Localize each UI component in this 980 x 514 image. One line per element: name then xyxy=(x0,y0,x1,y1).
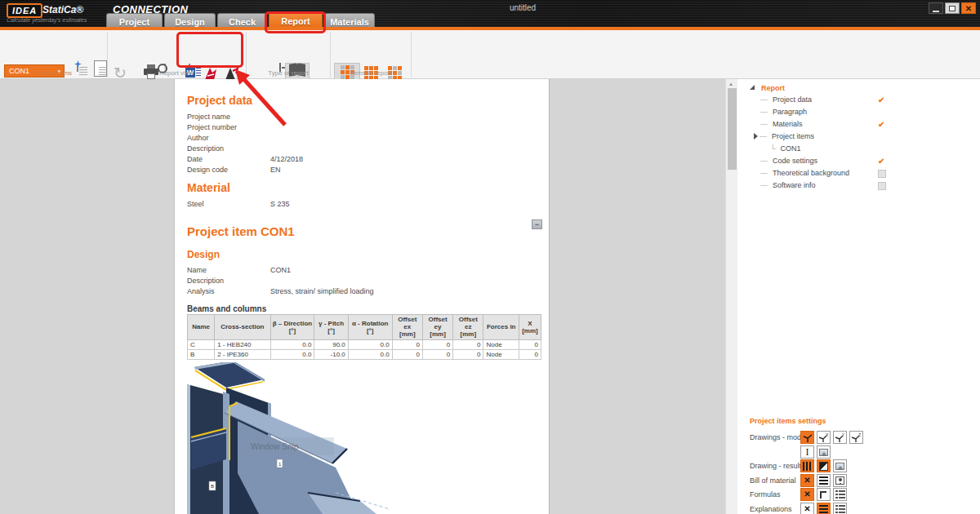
explanations-on-button[interactable] xyxy=(817,503,831,514)
field-date: Date4/12/2018 xyxy=(187,155,538,163)
formulas-off-button[interactable]: ✕ xyxy=(800,488,814,501)
checkbox-materials[interactable]: ✔ xyxy=(878,120,886,128)
tree-root-report[interactable]: Report xyxy=(750,84,785,92)
drawings-model-buttons: X Y Z xyxy=(800,431,863,444)
drawings-model-buttons-2: I xyxy=(800,445,831,459)
formulas-list-button[interactable] xyxy=(833,488,847,501)
y-view-button[interactable]: Y xyxy=(833,431,847,444)
field-analysis: AnalysisStress, strain/ simplified loadi… xyxy=(187,287,538,295)
formulas-buttons: ✕ xyxy=(800,488,847,501)
tree-item-software-info[interactable]: —Software info xyxy=(760,181,816,189)
explanations-buttons: ✕ xyxy=(800,503,847,514)
beams-table: Name Cross-section β – Direction[°] γ - … xyxy=(187,314,541,360)
checkbox-software-info[interactable] xyxy=(878,182,886,190)
minimize-button[interactable] xyxy=(929,2,943,14)
table-header-row: Name Cross-section β – Direction[°] γ - … xyxy=(188,315,541,340)
svg-text:Z: Z xyxy=(858,432,861,437)
results-image-button[interactable] xyxy=(833,459,847,472)
tree-item-theoretical-background[interactable]: —Theoretical background xyxy=(760,169,849,177)
brand-name: StatiCa® xyxy=(42,4,83,16)
app-window: IDEA StatiCa® CONNECTION Calculate yeste… xyxy=(0,0,980,514)
group-label-type-of-report: Type of report xyxy=(247,69,329,77)
bill-of-material-buttons: ✕ xyxy=(800,474,847,487)
expander-open-icon[interactable] xyxy=(750,85,755,90)
bom-picture-button[interactable] xyxy=(833,474,847,487)
image-icon xyxy=(835,463,844,470)
label-explanations: Explanations xyxy=(750,505,792,513)
field-description: Description xyxy=(187,144,538,153)
bom-off-button[interactable]: ✕ xyxy=(800,474,814,487)
ribbon-separator xyxy=(246,32,247,78)
label-drawing-results: Drawing - results xyxy=(750,462,805,470)
explanations-off-button[interactable]: ✕ xyxy=(800,503,814,514)
field-author: Author xyxy=(187,134,538,142)
half-square-icon xyxy=(819,462,828,471)
document-title: untitled xyxy=(457,3,588,12)
heading-material: Material xyxy=(187,181,230,194)
strip-icon xyxy=(803,462,812,471)
field-project-name: Project name xyxy=(187,113,538,121)
field-name: NameCON1 xyxy=(187,266,538,274)
collapse-section-icon[interactable]: − xyxy=(532,219,542,229)
heading-project-item: Project item CON1 xyxy=(187,224,295,238)
text-cursor-button[interactable]: I xyxy=(800,445,814,459)
tree-item-code-settings[interactable]: —Code settings xyxy=(760,157,817,165)
settings-heading: Project items settings xyxy=(750,417,826,425)
list-icon xyxy=(835,505,845,514)
image-button[interactable] xyxy=(817,445,831,459)
explanations-list-button[interactable] xyxy=(833,503,847,514)
connection-3d-drawing: Window Snip B 1 xyxy=(187,362,546,514)
idea-logo: IDEA xyxy=(7,3,42,18)
report-preview-area: Project data Project name Project number… xyxy=(0,79,725,514)
list-icon xyxy=(835,490,845,499)
expander-closed-icon[interactable] xyxy=(754,133,758,140)
field-design-description: Description xyxy=(187,277,538,285)
tree-item-materials[interactable]: —Materials xyxy=(760,120,803,128)
scroll-up-icon[interactable]: ▲ xyxy=(728,82,733,86)
results-strip-button[interactable] xyxy=(800,459,814,472)
group-label-report-view: Report view xyxy=(109,69,244,77)
column-label: B xyxy=(211,484,214,489)
x-view-button[interactable]: X xyxy=(817,431,831,444)
ribbon-separator xyxy=(107,32,108,78)
person-icon xyxy=(835,476,844,485)
table-row: B 2 - IPE360 0.0 -10.0 0.0 0 0 0 Node 0 xyxy=(188,349,541,359)
label-drawings-model: Drawings - model xyxy=(750,433,807,441)
vertical-scrollbar[interactable]: ▲ xyxy=(725,79,737,514)
close-button[interactable]: ✕ xyxy=(961,2,976,14)
maximize-icon xyxy=(949,6,956,11)
z-view-button[interactable]: Z xyxy=(849,431,863,444)
tree-item-project-data[interactable]: —Project data xyxy=(760,95,812,104)
report-page: Project data Project name Project number… xyxy=(174,79,550,514)
svg-text:X: X xyxy=(826,432,829,437)
checkbox-project-data[interactable]: ✔ xyxy=(878,95,886,104)
formulas-short-button[interactable] xyxy=(817,488,831,501)
field-steel: SteelS 235 xyxy=(187,200,538,208)
svg-text:Y: Y xyxy=(842,432,845,437)
results-half-button[interactable] xyxy=(817,459,831,472)
scrollbar-thumb[interactable] xyxy=(728,88,737,170)
checkbox-code-settings[interactable]: ✔ xyxy=(878,157,886,165)
label-bill-of-material: Bill of material xyxy=(750,476,796,485)
ribbon-separator xyxy=(411,32,412,78)
axonometry-view-button[interactable] xyxy=(800,431,814,444)
heading-project-data: Project data xyxy=(187,94,252,107)
bars-icon xyxy=(819,505,828,514)
minimize-icon xyxy=(933,11,939,12)
bom-lines-button[interactable] xyxy=(817,474,831,487)
beams-table-title: Beams and columns xyxy=(187,304,266,313)
brand-tagline: Calculate yesterday's estimates xyxy=(7,17,87,23)
field-design-code: Design codeEN xyxy=(187,166,538,174)
image-icon xyxy=(819,449,828,456)
table-row: C 1 - HEB240 0.0 90.0 0.0 0 0 0 Node 0 xyxy=(188,339,541,349)
checkbox-theoretical-background[interactable] xyxy=(878,170,886,178)
drawing-results-buttons xyxy=(800,459,847,472)
tree-item-con1[interactable]: └CON1 xyxy=(770,144,800,153)
group-label-items-in-report: Items in report xyxy=(332,69,410,77)
label-formulas: Formulas xyxy=(750,490,781,498)
maximize-button[interactable] xyxy=(945,2,960,14)
tree-item-paragraph[interactable]: —Paragraph xyxy=(760,108,807,116)
ribbon: CON1 ▾ EPSSTMCDR New Copy Project items … xyxy=(0,30,980,79)
tree-item-project-items[interactable]: —Project items xyxy=(754,132,814,140)
group-label-project-items: Project items xyxy=(0,69,106,77)
